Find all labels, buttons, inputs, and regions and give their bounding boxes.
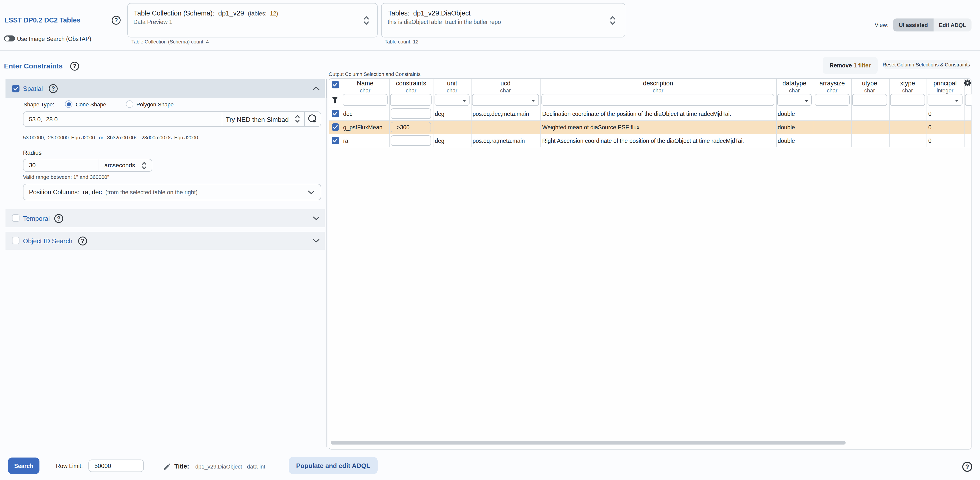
- svg-text:?: ?: [73, 63, 76, 70]
- svg-text:?: ?: [51, 86, 55, 92]
- svg-text:?: ?: [81, 238, 84, 244]
- svg-text:?: ?: [965, 463, 969, 470]
- svg-text:?: ?: [57, 215, 60, 222]
- svg-text:?: ?: [115, 17, 118, 24]
